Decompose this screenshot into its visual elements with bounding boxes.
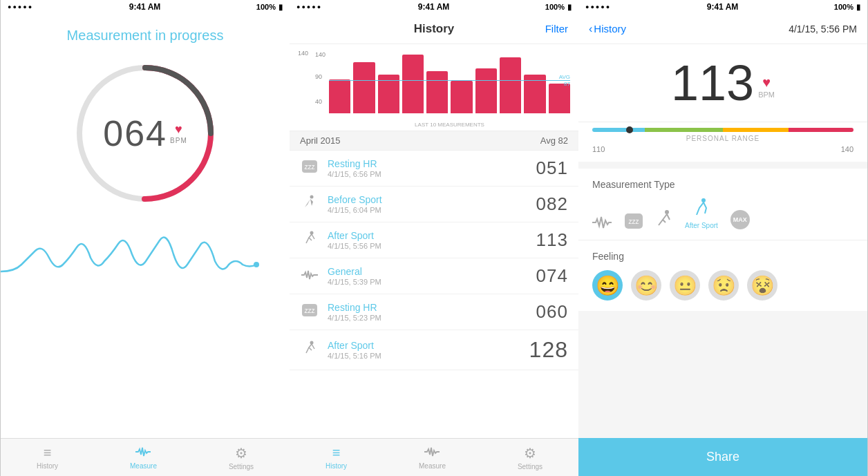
face-good-icon: 😊	[634, 274, 659, 297]
battery-area-2: 100% ▮	[545, 3, 572, 12]
feeling-section: Feeling 😄 😊 😐 😟 😵	[578, 240, 867, 311]
max-icon: MAX	[730, 210, 750, 229]
svg-point-10	[310, 341, 314, 345]
item-info-4: General 4/1/15, 5:39 PM	[328, 266, 528, 286]
share-button[interactable]: Share	[578, 438, 867, 476]
svg-point-14	[701, 198, 706, 202]
bar-chart-area: 140 140 90 40	[290, 44, 578, 131]
svg-point-13	[665, 210, 669, 214]
tab-measure-1[interactable]: Measure	[130, 445, 157, 470]
tab-measure-2[interactable]: Measure	[419, 445, 446, 470]
range-bar	[592, 128, 853, 132]
battery-pct-2: 100%	[545, 3, 565, 11]
type-general[interactable]	[592, 216, 612, 229]
list-item[interactable]: After Sport 4/1/15, 5:16 PM 128	[290, 330, 578, 370]
bpm-hero-number: 113	[671, 55, 754, 111]
history-icon-1: ≡	[44, 445, 52, 461]
filter-button[interactable]: Filter	[545, 23, 568, 35]
svg-point-3	[254, 262, 259, 267]
heart-rate-circle: 064 ♥ BPM	[69, 57, 221, 209]
bpm-label: BPM	[170, 137, 187, 144]
run-icon	[300, 195, 319, 213]
item-date-5: 4/1/15, 5:23 PM	[328, 314, 528, 322]
item-value-4: 074	[536, 265, 568, 287]
signal-dots-2: ●●●●●	[296, 3, 322, 10]
avg-line	[329, 80, 570, 81]
detail-date: 4/1/15, 5:56 PM	[632, 23, 857, 35]
feeling-title: Feeling	[592, 251, 853, 262]
battery-pct-1: 100%	[256, 3, 276, 11]
type-after-sport[interactable]: After Sport	[685, 198, 718, 229]
item-date-3: 4/1/15, 5:56 PM	[328, 242, 528, 250]
feeling-good[interactable]: 😊	[631, 270, 661, 301]
back-button[interactable]: ‹ History	[589, 23, 626, 35]
range-bar-container: PERSONAL RANGE 110 140	[578, 122, 867, 162]
bpm-display: 064 ♥ BPM	[103, 113, 187, 154]
range-numbers: 110 140	[592, 145, 853, 153]
wave-icon	[300, 268, 319, 284]
measurement-title: Measurement in progress	[67, 28, 224, 44]
y-label-140: 140	[298, 50, 308, 57]
screen-measurement: ●●●●● 9:41 AM 100% ▮ Measurement in prog…	[1, 0, 290, 476]
list-item[interactable]: General 4/1/15, 5:39 PM 074	[290, 258, 578, 294]
type-max[interactable]: MAX	[730, 210, 750, 229]
signal-dots: ●●●●●	[8, 3, 33, 10]
signal-dots-3: ●●●●●	[585, 3, 611, 10]
tab-settings-1[interactable]: ⚙ Settings	[229, 445, 254, 470]
type-resting[interactable]: zzz	[624, 213, 643, 229]
back-chevron-icon: ‹	[589, 23, 592, 35]
measure-label-2: Measure	[419, 462, 446, 470]
item-type-3: After Sport	[328, 230, 528, 241]
item-info-6: After Sport 4/1/15, 5:16 PM	[328, 340, 521, 360]
face-neutral-icon: 😐	[673, 274, 697, 297]
list-item[interactable]: zzz Resting HR 4/1/15, 6:56 PM 051	[290, 151, 578, 187]
item-date-2: 4/1/15, 6:04 PM	[328, 206, 528, 214]
feeling-neutral[interactable]: 😐	[670, 270, 700, 301]
bar-2	[353, 62, 375, 113]
feeling-bad[interactable]: 😟	[708, 270, 739, 301]
item-type-5: Resting HR	[328, 302, 528, 313]
item-info-5: Resting HR 4/1/15, 5:23 PM	[328, 302, 528, 322]
item-info-1: Resting HR 4/1/15, 6:56 PM	[328, 158, 528, 178]
after-sport-label: After Sport	[685, 222, 718, 229]
heart-icon-detail: ♥	[762, 75, 771, 91]
item-type-6: After Sport	[328, 340, 521, 351]
range-indicator	[626, 126, 633, 133]
item-date-6: 4/1/15, 5:16 PM	[328, 352, 521, 360]
settings-label-2: Settings	[518, 463, 542, 470]
item-value-5: 060	[536, 301, 568, 323]
feeling-icons-row: 😄 😊 😐 😟 😵	[592, 270, 853, 301]
history-icon-2: ≡	[332, 445, 341, 461]
settings-icon-2: ⚙	[524, 445, 536, 461]
bpm-unit-group: ♥ BPM	[170, 122, 187, 144]
tab-history-2[interactable]: ≡ History	[326, 445, 347, 470]
bpm-hero: 113 ♥ BPM	[578, 44, 867, 122]
item-value-2: 082	[536, 193, 568, 215]
measurement-type-title: Measurement Type	[592, 179, 853, 190]
feeling-great[interactable]: 😄	[592, 270, 623, 301]
battery-area-3: 100% ▮	[834, 3, 860, 12]
avg-label: AVG87	[559, 74, 570, 87]
history-label-2: History	[326, 462, 347, 470]
face-great-icon: 😄	[596, 274, 620, 297]
share-label: Share	[706, 450, 739, 464]
y-90: 90	[315, 73, 322, 80]
bar-7	[475, 68, 497, 113]
item-value-3: 113	[536, 229, 568, 251]
list-item[interactable]: After Sport 4/1/15, 5:56 PM 113	[290, 222, 578, 258]
bpm-unit-detail: BPM	[758, 91, 775, 99]
measurements-list[interactable]: April 2015 Avg 82 zzz Resting HR 4/1/15,…	[290, 131, 578, 438]
bar-8	[500, 57, 521, 113]
tab-settings-2[interactable]: ⚙ Settings	[518, 445, 542, 470]
bar-10	[549, 84, 570, 113]
type-before-sport[interactable]	[656, 210, 672, 229]
list-item[interactable]: zzz Resting HR 4/1/15, 5:23 PM 060	[290, 294, 578, 330]
list-item[interactable]: Before Sport 4/1/15, 6:04 PM 082	[290, 187, 578, 222]
feeling-terrible[interactable]: 😵	[747, 270, 777, 301]
tab-history-1[interactable]: ≡ History	[37, 445, 58, 470]
back-label: History	[594, 23, 626, 35]
range-min: 110	[592, 145, 605, 153]
bar-1	[329, 79, 350, 114]
battery-pct-3: 100%	[834, 3, 853, 11]
svg-text:zzz: zzz	[305, 307, 315, 314]
